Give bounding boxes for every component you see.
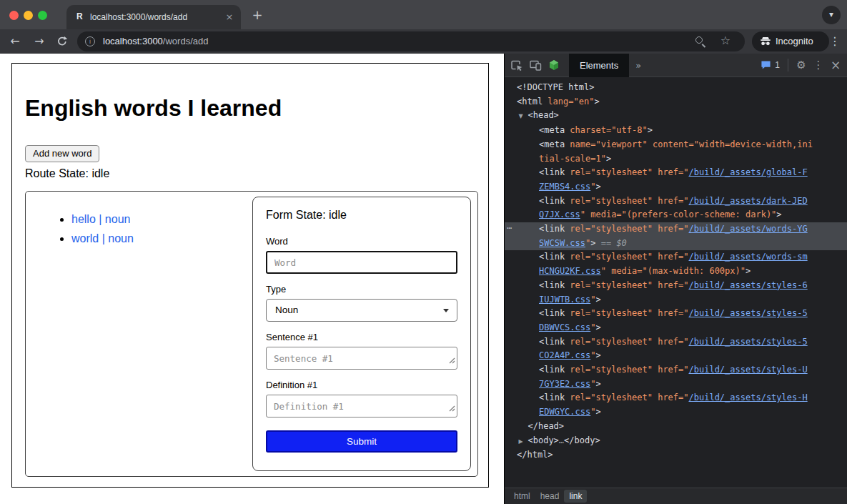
definition-label: Definition #1 [266, 380, 457, 390]
browser-tab[interactable]: R localhost:3000/words/add × [66, 5, 241, 29]
more-panels-button[interactable]: » [629, 60, 648, 71]
fullscreen-window-button[interactable] [38, 11, 47, 20]
code-line[interactable]: ZEMBS4.css"> [505, 180, 847, 194]
issues-button[interactable]: 1 [757, 60, 783, 70]
close-window-button[interactable] [9, 11, 19, 20]
profile-button[interactable]: ▾ [822, 6, 841, 24]
breadcrumb-item[interactable]: head [535, 490, 565, 503]
resize-handle-icon[interactable] [448, 402, 455, 415]
word-link[interactable]: hello | noun [71, 213, 130, 225]
stylesheet-link[interactable]: /build/_assets/global-F [689, 167, 808, 177]
stylesheet-link[interactable]: /build/_assets/styles-H [689, 392, 808, 402]
code-line[interactable]: </html> [505, 448, 847, 463]
stylesheet-link[interactable]: ZEMBS4.css [539, 182, 590, 192]
code-text: <meta [539, 139, 565, 149]
word-link[interactable]: world | noun [71, 232, 134, 244]
stylesheet-link[interactable]: EDWGYC.css [539, 407, 590, 417]
code-line[interactable]: Q7JX.css" media="(prefers-color-scheme: … [505, 208, 847, 222]
stylesheet-link[interactable]: /build/_assets/styles-6 [689, 280, 808, 290]
extension-cube-icon[interactable] [545, 55, 563, 75]
device-toolbar-button[interactable] [526, 55, 545, 75]
devtools-menu-button[interactable]: ⋮ [810, 55, 827, 75]
code-line[interactable]: 7GY3E2.css"> [505, 377, 847, 392]
code-line[interactable]: ▼<head> [505, 109, 847, 124]
code-text: <html [517, 97, 543, 107]
breadcrumb-item[interactable]: html [509, 490, 535, 503]
minimize-window-button[interactable] [24, 11, 33, 20]
stylesheet-link[interactable]: IUJWTB.css [539, 295, 590, 305]
code-line[interactable]: <html lang="en"> [505, 95, 847, 109]
tab-elements[interactable]: Elements [569, 54, 629, 77]
code-line[interactable]: tial-scale=1"> [505, 152, 847, 167]
code-line[interactable]: <link rel="stylesheet" href="/build/_ass… [505, 335, 847, 350]
code-text: <!DOCTYPE html> [517, 82, 594, 92]
code-line[interactable]: …<link rel="stylesheet" href="/build/_as… [505, 222, 847, 237]
new-tab-button[interactable]: + [249, 6, 266, 24]
url-host: localhost:3000 [103, 36, 163, 46]
code-line[interactable]: <meta charset="utf-8"> [505, 124, 847, 138]
code-line[interactable]: DBWVCS.css"> [505, 321, 847, 335]
resize-handle-icon[interactable] [448, 354, 455, 367]
definition-input[interactable] [266, 395, 457, 417]
code-line[interactable]: <link rel="stylesheet" href="/build/_ass… [505, 391, 847, 405]
code-text: <link [539, 167, 565, 177]
code-text: rel="stylesheet" href=" [565, 167, 688, 177]
code-line[interactable]: <link rel="stylesheet" href="/build/_ass… [505, 279, 847, 293]
node-menu-icon[interactable]: … [507, 219, 512, 234]
expand-icon[interactable]: ▶ [519, 435, 528, 449]
stylesheet-link[interactable]: /build/_assets/dark-JED [689, 196, 808, 206]
stylesheet-link[interactable]: HCNGU2KF.css [539, 266, 601, 276]
stylesheet-link[interactable]: 7GY3E2.css [539, 379, 590, 389]
code-line[interactable]: HCNGU2KF.css" media="(max-width: 600px)"… [505, 265, 847, 279]
collapse-icon[interactable]: ▼ [519, 109, 528, 124]
stylesheet-link[interactable]: SWCSW.css [539, 238, 585, 248]
dom-tree: <!DOCTYPE html><html lang="en">▼<head><m… [505, 78, 847, 487]
stylesheet-link[interactable]: /build/_assets/styles-5 [689, 337, 808, 347]
code-line[interactable]: <link rel="stylesheet" href="/build/_ass… [505, 250, 847, 265]
stylesheet-link[interactable]: /build/_assets/styles-U [689, 365, 808, 375]
app-container: English words I learned Add new word Rou… [11, 63, 489, 488]
tab-close-icon[interactable]: × [224, 11, 235, 23]
reload-button[interactable] [56, 36, 68, 47]
settings-gear-icon[interactable]: ⚙ [793, 55, 810, 75]
stylesheet-link[interactable]: /build/_assets/words-sm [689, 252, 808, 262]
back-button[interactable]: ← [7, 34, 23, 48]
code-line[interactable]: <link rel="stylesheet" href="/build/_ass… [505, 363, 847, 377]
stylesheet-link[interactable]: CO2A4P.css [539, 350, 590, 360]
code-line[interactable]: <!DOCTYPE html> [505, 81, 847, 95]
devtools-panel: Elements » 1 ⚙ ⋮ × <!DOCTYPE html><html … [504, 54, 847, 504]
type-select[interactable]: Noun [266, 299, 457, 322]
address-bar[interactable]: i localhost:3000/words/add ☆ [77, 31, 745, 51]
stylesheet-link[interactable]: DBWVCS.css [539, 322, 590, 332]
code-line[interactable]: ▶<body>…</body> [505, 434, 847, 449]
page-info-icon[interactable]: i [85, 36, 95, 46]
stylesheet-link[interactable]: Q7JX.css [539, 209, 580, 219]
stylesheet-link[interactable]: /build/_assets/styles-5 [689, 308, 808, 318]
word-input[interactable] [266, 251, 457, 274]
stylesheet-link[interactable]: /build/_assets/words-YG [689, 224, 808, 234]
zoom-icon[interactable] [695, 36, 706, 47]
sentence-input[interactable] [266, 347, 457, 370]
forward-button[interactable]: → [31, 34, 47, 48]
code-line[interactable]: SWCSW.css"> == $0 [505, 237, 847, 251]
browser-menu-button[interactable]: ⋮ [828, 34, 842, 48]
devtools-close-button[interactable]: × [827, 55, 844, 75]
code-text: <link [539, 252, 565, 262]
code-line[interactable]: <link rel="stylesheet" href="/build/_ass… [505, 166, 847, 180]
code-text: </html> [517, 450, 553, 460]
code-text: </body> [564, 435, 600, 445]
code-line[interactable]: CO2A4P.css"> [505, 349, 847, 363]
code-line[interactable]: IUJWTB.css"> [505, 293, 847, 307]
inspect-element-button[interactable] [507, 55, 526, 75]
breadcrumb-item[interactable]: link [564, 490, 587, 503]
tab-title: localhost:3000/words/add [90, 12, 217, 22]
code-line[interactable]: <meta name="viewport" content="width=dev… [505, 138, 847, 152]
route-state-text: Route State: idle [25, 167, 488, 180]
code-line[interactable]: EDWGYC.css"> [505, 405, 847, 420]
code-line[interactable]: </head> [505, 420, 847, 434]
code-line[interactable]: <link rel="stylesheet" href="/build/_ass… [505, 307, 847, 321]
code-line[interactable]: <link rel="stylesheet" href="/build/_ass… [505, 194, 847, 209]
add-new-word-button[interactable]: Add new word [25, 145, 99, 162]
submit-button[interactable]: Submit [266, 430, 457, 453]
bookmark-star-icon[interactable]: ☆ [720, 34, 730, 47]
